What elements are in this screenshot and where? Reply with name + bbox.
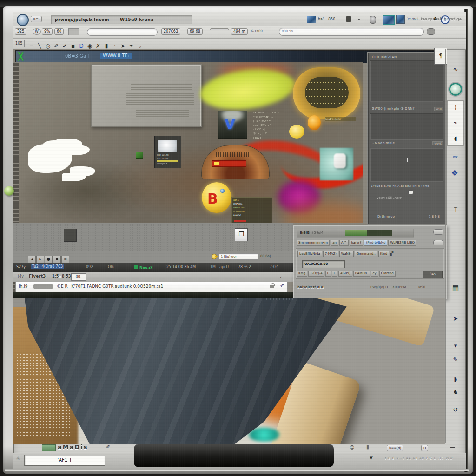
block-tool-icon[interactable]: ▮ — [102, 43, 111, 49]
bar-mark-icon[interactable]: ¦ — [449, 103, 462, 110]
window-restore-button[interactable]: ❐ — [235, 228, 248, 241]
mini-window: 2011 WI LAB 1202 04 1VE Jimnngod w — [154, 136, 181, 168]
dialog-dark-chip[interactable]: 3A5 — [423, 271, 443, 278]
taskbar-input-field[interactable]: 'AF1 T — [24, 455, 105, 466]
arrow-tool-icon[interactable]: ➤ — [119, 43, 127, 49]
dialog-seg[interactable]: A™ — [339, 240, 349, 246]
knight-icon[interactable]: ♞ — [449, 389, 462, 396]
dialog-button[interactable]: 1-Oy)-4 — [308, 271, 324, 277]
pen-tool-icon[interactable]: ✐ — [52, 43, 60, 49]
viewport-canvas[interactable]: 2011 WI LAB 1202 04 1VE Jimnngod w lataD… — [19, 62, 363, 223]
dialog-button[interactable]: 4G09) — [338, 271, 352, 277]
toolbar-end-button[interactable] — [427, 28, 435, 35]
toolbar-9pct-button[interactable]: 9% — [42, 28, 53, 35]
circle-tool-icon[interactable]: ◎ — [44, 43, 52, 49]
dialog-button[interactable]: F — [325, 271, 331, 277]
smiley-icon[interactable]: ☺ — [350, 445, 354, 450]
image-thumbnail-icon[interactable] — [383, 15, 395, 25]
blue-3d-icon[interactable]: ❖ — [448, 168, 461, 178]
dialog-value-field[interactable]: UA.9GfG0.00 — [302, 260, 345, 268]
toolbar-325-button[interactable]: 325 — [15, 28, 26, 35]
squiggle-mark-icon[interactable]: ⌁ — [449, 119, 462, 126]
thumbnail-icon[interactable] — [307, 16, 316, 23]
x-tool-icon[interactable]: ✗ — [94, 43, 102, 49]
check-tool-icon[interactable]: ✔ — [60, 43, 69, 49]
toolbar-input-1[interactable] — [87, 28, 158, 36]
candle-icon[interactable]: ▮ — [366, 444, 369, 450]
chevron-down-icon[interactable]: ⌄ — [136, 43, 144, 49]
green-sphere-icon[interactable] — [4, 186, 14, 196]
key-chip-label: 80 6a( — [260, 254, 271, 258]
triangle-down-icon[interactable]: ▾ — [449, 342, 462, 349]
dialog-seg[interactable]: Smmmmmmm•m — [297, 240, 330, 246]
toolbar-6968-button[interactable]: 69 68 — [187, 28, 203, 35]
blob-tool-icon[interactable]: ◉ — [86, 43, 94, 49]
stamp-icon[interactable]: ▦ — [449, 284, 462, 292]
menu-chip-button[interactable]: o⌐, — [31, 16, 42, 22]
lock-icon[interactable] — [270, 285, 274, 288]
nib-tool-icon[interactable]: ✒ — [127, 43, 136, 49]
d-tool-icon[interactable]: D — [77, 43, 86, 49]
taskbar-chips-button[interactable]: b==(d) — [387, 445, 403, 451]
pencil-tool-icon[interactable]: ╲ — [35, 43, 44, 49]
undo-swoosh-icon[interactable]: ↶ — [280, 283, 284, 289]
minimize-dash[interactable]: — — [450, 444, 455, 450]
right-panel-box-1[interactable] — [370, 60, 443, 102]
darkbar-selection[interactable]: Tu2=4(Ora8 703 — [31, 264, 64, 269]
blue-pin-icon[interactable]: ✏ — [449, 153, 462, 160]
dialog-seg[interactable]: WLFB2NB LIBO — [388, 240, 416, 246]
toolbar-60-button[interactable]: 60 — [54, 28, 64, 35]
dialog-tab[interactable]: Gmmnand.. — [355, 251, 377, 257]
dialog-button[interactable]: GMread — [379, 271, 396, 277]
dialog-tab[interactable]: Kind — [378, 251, 389, 257]
dot-tool-icon[interactable]: · — [111, 43, 119, 49]
dialog-button[interactable]: cy — [371, 271, 378, 277]
dialog-seg[interactable]: karkr? — [350, 240, 364, 246]
line-tool-icon[interactable]: ━ — [27, 43, 35, 49]
toolbar-207c63-button[interactable]: 207C63 — [161, 28, 180, 35]
hook-icon[interactable]: ∿ — [449, 66, 462, 73]
key-field[interactable]: 1 Big) eor — [218, 253, 258, 260]
clamp-tool-icon[interactable]: ⌶ — [449, 205, 462, 214]
slider-handle[interactable] — [408, 190, 413, 194]
square-tool-icon[interactable]: ▪ — [69, 43, 77, 49]
slider-track[interactable] — [373, 192, 442, 192]
toolbar-gray-button[interactable] — [68, 28, 79, 35]
tablet-vent-marks — [266, 298, 294, 300]
blob-mark-icon[interactable]: ◗ — [449, 376, 462, 383]
tool-glyph-icon[interactable] — [346, 16, 351, 22]
dialog-button[interactable]: E — [332, 271, 337, 277]
dialog-tab[interactable]: 7-MA2) — [323, 251, 338, 257]
right-panel-box-2[interactable] — [370, 113, 443, 140]
power-ring-icon[interactable] — [449, 83, 462, 96]
app-logo-icon[interactable] — [17, 14, 29, 26]
bell-icon[interactable] — [370, 16, 376, 24]
swirl-icon[interactable]: ↺ — [449, 406, 462, 413]
toolbar-w-button[interactable]: W — [33, 28, 41, 35]
dock-bar[interactable] — [134, 444, 334, 467]
toolbar-oval-button[interactable] — [210, 28, 229, 30]
right-panel-box-3[interactable] — [370, 148, 443, 182]
toolbar-494-button[interactable]: 494 m — [231, 28, 248, 35]
toolbar-input-2[interactable] — [279, 28, 424, 36]
dialog-button[interactable]: BAMBN. — [353, 271, 370, 277]
dialog-seg[interactable]: an — [331, 240, 338, 246]
pen-swoosh-icon[interactable]: ✎ — [449, 356, 462, 363]
dialog-button[interactable]: KMg — [297, 271, 307, 277]
image-thumbnail-icon[interactable] — [396, 15, 405, 24]
eraser-icon[interactable]: ◖ — [449, 135, 462, 142]
dialog-oval-button-2[interactable] — [433, 240, 443, 245]
bird-icon[interactable]: ➤ — [449, 315, 462, 322]
darkbar-item: 092 — [86, 265, 93, 269]
dialog-oval-button[interactable] — [433, 229, 443, 235]
lightbar-chevron-icon[interactable]: ⌄ — [279, 274, 283, 278]
canvas-info-panel: G15 k LPAPVOls; AlsO02 1101 4LINorm]00 A… — [231, 197, 272, 223]
green-badge[interactable] — [42, 444, 56, 451]
lightbar-icon-label: (4y — [18, 274, 24, 278]
frame-number-box[interactable]: 00. — [71, 273, 86, 281]
dialog-seg-highlight[interactable]: (Pnd-bNbNd — [364, 240, 387, 246]
dialog-tab[interactable]: WaNS- — [339, 251, 354, 257]
address-bar[interactable]: Ih.I9 ©E R=K'70F1 FADNC G0TP,aud(unk 0.0… — [15, 282, 288, 292]
taskbar-d-button[interactable]: D — [421, 445, 428, 451]
dialog-tab[interactable]: baoBfllvN/da — [298, 251, 322, 257]
